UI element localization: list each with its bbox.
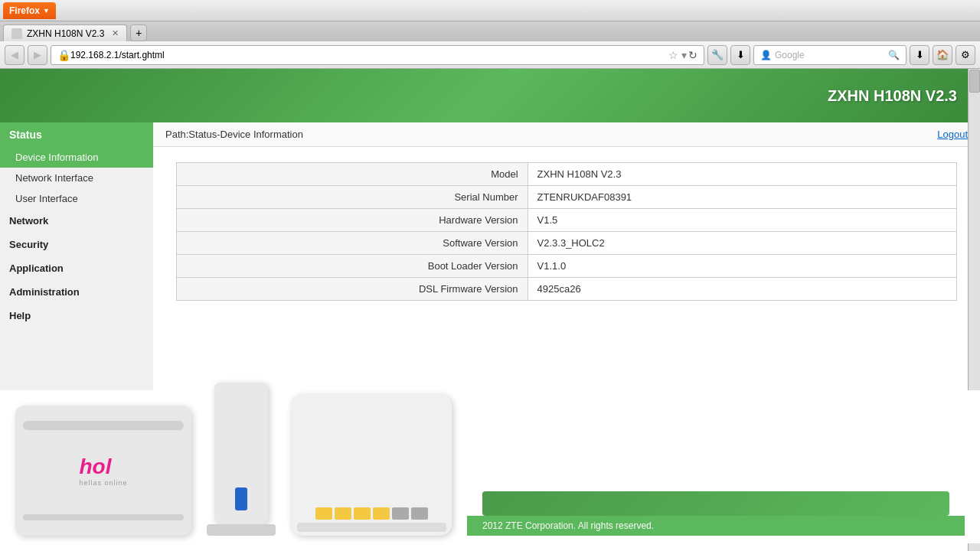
table-row: Boot Loader VersionV1.1.0 bbox=[177, 255, 957, 278]
router-image-3 bbox=[291, 394, 452, 536]
router3-port-5 bbox=[392, 507, 409, 520]
table-cell-value: ZTENRUKDAF08391 bbox=[528, 186, 956, 209]
search-placeholder: Google bbox=[775, 50, 805, 60]
sidebar-item-user-interface[interactable]: User Interface bbox=[0, 188, 153, 209]
tab-favicon bbox=[11, 28, 22, 39]
table-row: Serial NumberZTENRUKDAF08391 bbox=[177, 186, 957, 209]
extra-toolbar-icons: ⬇ 🏠 ⚙ bbox=[910, 45, 975, 65]
main-content-area: Path:Status-Device Information Logout Mo… bbox=[153, 122, 980, 390]
url-text: 192.168.2.1/start.ghtml bbox=[70, 50, 665, 60]
toolbar-icons: 🔧 ⬇ bbox=[707, 45, 750, 65]
bookmark-star2[interactable]: ▾ bbox=[681, 49, 687, 61]
router-image-2 bbox=[214, 383, 268, 524]
router3-lan-ports bbox=[315, 507, 428, 520]
new-tab-button[interactable]: + bbox=[130, 24, 147, 41]
scrollbar-thumb[interactable] bbox=[969, 70, 980, 93]
router2-usb-port bbox=[235, 487, 247, 510]
table-cell-value: V2.3.3_HOLC2 bbox=[528, 232, 956, 255]
firefox-dropdown-arrow: ▼ bbox=[43, 7, 50, 15]
table-cell-label: Model bbox=[177, 163, 528, 186]
sidebar-item-network-interface[interactable]: Network Interface bbox=[0, 168, 153, 188]
table-cell-label: DSL Firmware Version bbox=[177, 278, 528, 301]
hol-logo: hol hellas online bbox=[79, 455, 127, 487]
table-cell-value: V1.1.0 bbox=[528, 255, 956, 278]
footer: 2012 ZTE Corporation. All rights reserve… bbox=[467, 516, 965, 536]
router-header-title: ZXHN H108N V2.3 bbox=[828, 87, 957, 105]
hol-tagline: hellas online bbox=[79, 479, 127, 487]
search-icon: 👤 bbox=[760, 50, 772, 60]
copyright-text: 2012 ZTE Corporation. All rights reserve… bbox=[482, 520, 654, 531]
sidebar-section-help[interactable]: Help bbox=[0, 304, 153, 328]
hol-brand: hol bbox=[79, 455, 127, 479]
breadcrumb: Path:Status-Device Information bbox=[165, 129, 303, 140]
table-row: ModelZXHN H108N V2.3 bbox=[177, 163, 957, 186]
sidebar-status-header[interactable]: Status bbox=[0, 122, 153, 147]
search-bar[interactable]: 👤 Google 🔍 bbox=[753, 45, 906, 65]
router-image-2-wrapper bbox=[207, 383, 276, 536]
table-cell-label: Hardware Version bbox=[177, 209, 528, 232]
tab-title: ZXHN H108N V2.3 bbox=[27, 28, 104, 39]
router2-base bbox=[207, 524, 276, 536]
tab-close-button[interactable]: ✕ bbox=[112, 28, 119, 38]
sidebar-item-device-information[interactable]: Device Information bbox=[0, 147, 153, 168]
router-header: ZXHN H108N V2.3 bbox=[0, 69, 980, 122]
breadcrumb-bar: Path:Status-Device Information Logout bbox=[153, 122, 980, 147]
table-cell-value: ZXHN H108N V2.3 bbox=[528, 163, 956, 186]
sidebar-section-security[interactable]: Security bbox=[0, 233, 153, 256]
address-bar[interactable]: 🔒 192.168.2.1/start.ghtml ☆ ▾ ↻ bbox=[51, 45, 704, 65]
table-row: DSL Firmware Version4925ca26 bbox=[177, 278, 957, 301]
right-area: 2012 ZTE Corporation. All rights reserve… bbox=[467, 491, 965, 536]
router-image-1: hol hellas online bbox=[15, 406, 191, 536]
bookmark-star[interactable]: ☆ bbox=[668, 49, 678, 61]
table-cell-label: Serial Number bbox=[177, 186, 528, 209]
router3-port-1 bbox=[315, 507, 332, 520]
router1-top-detail bbox=[23, 421, 184, 430]
page-content: ZXHN H108N V2.3 Status Device Informatio… bbox=[0, 69, 980, 551]
settings-icon[interactable]: ⚙ bbox=[956, 45, 975, 65]
table-cell-label: Boot Loader Version bbox=[177, 255, 528, 278]
search-lens-icon: 🔍 bbox=[888, 50, 900, 60]
device-info-table: ModelZXHN H108N V2.3Serial NumberZTENRUK… bbox=[176, 162, 957, 301]
refresh-button[interactable]: ↻ bbox=[688, 49, 697, 61]
firefox-label: Firefox bbox=[9, 5, 40, 16]
router3-port-4 bbox=[373, 507, 390, 520]
bookmark-icon[interactable]: ⬇ bbox=[730, 45, 750, 65]
tools-icon[interactable]: 🔧 bbox=[707, 45, 727, 65]
forward-button[interactable]: ▶ bbox=[28, 45, 47, 65]
location-icon: 🔒 bbox=[57, 49, 70, 61]
router3-base bbox=[297, 523, 446, 532]
back-button[interactable]: ◀ bbox=[5, 45, 24, 65]
title-bar: Firefox ▼ bbox=[0, 0, 980, 21]
router3-port-2 bbox=[335, 507, 351, 520]
firefox-menu-button[interactable]: Firefox ▼ bbox=[3, 2, 56, 19]
table-cell-value: 4925ca26 bbox=[528, 278, 956, 301]
logout-link[interactable]: Logout bbox=[937, 129, 968, 140]
table-row: Software VersionV2.3.3_HOLC2 bbox=[177, 232, 957, 255]
sidebar-section-network[interactable]: Network bbox=[0, 209, 153, 233]
sidebar-section-application[interactable]: Application bbox=[0, 256, 153, 280]
table-row: Hardware VersionV1.5 bbox=[177, 209, 957, 232]
nav-bar: ◀ ▶ 🔒 192.168.2.1/start.ghtml ☆ ▾ ↻ 🔧 ⬇ … bbox=[0, 41, 980, 69]
sidebar: Status Device Information Network Interf… bbox=[0, 122, 153, 390]
main-layout: Status Device Information Network Interf… bbox=[0, 122, 980, 390]
router3-port-3 bbox=[354, 507, 371, 520]
router3-port-6 bbox=[411, 507, 428, 520]
tab-bar: ZXHN H108N V2.3 ✕ + bbox=[0, 21, 980, 41]
sidebar-section-administration[interactable]: Administration bbox=[0, 280, 153, 304]
bottom-area: hol hellas online bbox=[0, 390, 980, 543]
browser-chrome: Firefox ▼ ZXHN H108N V2.3 ✕ + ◀ ▶ 🔒 192.… bbox=[0, 0, 980, 69]
download-icon[interactable]: ⬇ bbox=[910, 45, 929, 65]
router1-bottom-detail bbox=[23, 514, 184, 520]
active-tab[interactable]: ZXHN H108N V2.3 ✕ bbox=[3, 24, 127, 41]
green-bar bbox=[482, 491, 949, 516]
table-cell-label: Software Version bbox=[177, 232, 528, 255]
home-icon[interactable]: 🏠 bbox=[933, 45, 952, 65]
table-cell-value: V1.5 bbox=[528, 209, 956, 232]
